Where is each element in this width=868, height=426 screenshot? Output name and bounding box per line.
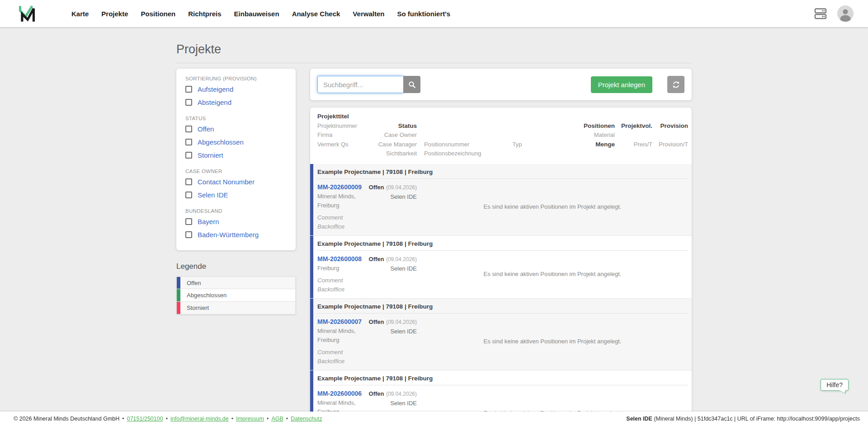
person-icon bbox=[837, 5, 854, 22]
filter-section-status: STATUS OffenAbgeschlossenStorniert bbox=[185, 116, 287, 162]
table-body: Example Projectname | 79108 | Freiburg M… bbox=[310, 164, 692, 426]
no-positions-message: Es sind keine aktiven Positionen im Proj… bbox=[417, 254, 688, 294]
footer-link[interactable]: 07151/250100 bbox=[127, 416, 163, 422]
nav-item[interactable]: Karte bbox=[71, 10, 89, 18]
help-button[interactable]: Hilfe? bbox=[821, 379, 849, 391]
nav-item[interactable]: So funktioniert's bbox=[397, 10, 450, 18]
legend-item: Storniert bbox=[176, 302, 296, 314]
checkbox[interactable] bbox=[185, 218, 192, 225]
filter-option[interactable]: Bayern bbox=[185, 215, 287, 228]
project-title: Example Projectname | 79108 | Freiburg bbox=[317, 301, 688, 314]
project-comment: Comment bbox=[317, 348, 376, 357]
project-case-owner: Selen IDE bbox=[390, 327, 417, 336]
filter-option[interactable]: Contact Nonumber bbox=[185, 175, 287, 188]
col-material: Material bbox=[594, 131, 615, 138]
footer-link[interactable]: info@mineral-minds.de bbox=[170, 416, 229, 422]
separator-dot: • bbox=[231, 416, 233, 422]
project-title: Example Projectname | 79108 | Freiburg bbox=[317, 166, 688, 179]
projects-table: Projekttitel Projektnummer Status Positi… bbox=[310, 108, 692, 426]
create-project-button[interactable]: Projekt anlegen bbox=[591, 76, 652, 93]
project-case-owner: Selen IDE bbox=[390, 399, 417, 408]
server-status-button[interactable] bbox=[814, 7, 827, 20]
checkbox[interactable] bbox=[185, 99, 192, 106]
checkbox[interactable] bbox=[185, 192, 192, 198]
nav-right bbox=[814, 5, 854, 22]
legend-color-bar bbox=[177, 289, 180, 301]
filter-option-label: Abgeschlossen bbox=[198, 138, 244, 146]
footer-link[interactable]: Impressum bbox=[236, 416, 264, 422]
col-positionsnummer: Positionsnummer bbox=[417, 141, 492, 148]
top-navbar: KarteProjektePositionenRichtpreisEinbauw… bbox=[0, 0, 868, 27]
filter-section-title: BUNDESLAND bbox=[185, 208, 287, 214]
checkbox[interactable] bbox=[185, 178, 192, 185]
search-button[interactable] bbox=[403, 76, 420, 93]
filter-section-bundesland: BUNDESLAND BayernBaden-Württemberg bbox=[185, 208, 287, 241]
nav-item[interactable]: Projekte bbox=[101, 10, 128, 18]
nav-item[interactable]: Positionen bbox=[141, 10, 176, 18]
table-row: Example Projectname | 79108 | Freiburg M… bbox=[310, 299, 692, 370]
filter-option[interactable]: Storniert bbox=[185, 149, 287, 162]
project-number-link[interactable]: MM-202600008 bbox=[317, 254, 362, 264]
no-positions-message: Es sind keine aktiven Positionen im Proj… bbox=[417, 317, 688, 366]
project-backoffice: Backoffice bbox=[317, 222, 376, 231]
footer-link[interactable]: Datenschutz bbox=[291, 416, 322, 422]
legend-title: Legende bbox=[176, 262, 296, 271]
col-status: Status bbox=[398, 122, 417, 129]
filter-option[interactable]: Offen bbox=[185, 122, 287, 136]
separator-dot: • bbox=[166, 416, 168, 422]
col-typ: Typ bbox=[513, 141, 522, 148]
checkbox[interactable] bbox=[185, 231, 192, 238]
filter-option-label: Absteigend bbox=[198, 98, 231, 106]
mineral-minds-logo-icon[interactable] bbox=[18, 5, 36, 23]
project-number-link[interactable]: MM-202600006 bbox=[317, 389, 362, 398]
project-comment: Comment bbox=[317, 213, 376, 222]
checkbox[interactable] bbox=[185, 139, 192, 145]
filter-section-title: CASE OWNER bbox=[185, 169, 287, 174]
filter-sidebar: SORTIERUNG (PROVISION) AufsteigendAbstei… bbox=[176, 69, 296, 314]
nav-item[interactable]: Einbauweisen bbox=[234, 10, 279, 18]
project-status: Offen (09.04.2026) bbox=[369, 389, 417, 399]
project-number-link[interactable]: MM-202600007 bbox=[317, 317, 362, 327]
refresh-button[interactable] bbox=[667, 76, 684, 93]
status-color-bar bbox=[310, 164, 313, 235]
project-number-link[interactable]: MM-202600009 bbox=[317, 182, 362, 192]
project-city: Freiburg bbox=[317, 336, 376, 345]
search-input[interactable] bbox=[317, 76, 403, 93]
project-backoffice: Backoffice bbox=[317, 285, 376, 294]
no-positions-message: Es sind keine aktiven Positionen im Proj… bbox=[417, 182, 688, 231]
filter-option[interactable]: Baden-Württemberg bbox=[185, 228, 287, 241]
filter-option[interactable]: Abgeschlossen bbox=[185, 136, 287, 149]
filter-option[interactable]: Absteigend bbox=[185, 96, 287, 109]
nav-item[interactable]: Verwalten bbox=[353, 10, 384, 18]
separator-dot: • bbox=[286, 416, 288, 422]
project-title: Example Projectname | 79108 | Freiburg bbox=[317, 373, 688, 385]
col-firma: Firma bbox=[317, 131, 376, 138]
checkbox[interactable] bbox=[185, 126, 192, 132]
col-sichtbarkeit: Sichtbarkeit bbox=[386, 150, 417, 157]
filter-option[interactable]: Selen IDE bbox=[185, 188, 287, 201]
footer-link[interactable]: AGB bbox=[271, 416, 283, 422]
checkbox[interactable] bbox=[185, 86, 192, 93]
project-company: Mineral Minds, bbox=[317, 192, 376, 201]
copyright-text: © 2026 Mineral Minds Deutschland GmbH bbox=[14, 416, 119, 422]
filter-section-title: SORTIERUNG (PROVISION) bbox=[185, 76, 287, 81]
status-color-bar bbox=[310, 299, 313, 370]
project-backoffice: Backoffice bbox=[317, 357, 376, 366]
filter-option[interactable]: Aufsteigend bbox=[185, 83, 287, 96]
session-details: (Mineral Minds) | 51fdc347ac1c | URL of … bbox=[652, 416, 860, 422]
server-icon bbox=[814, 7, 827, 20]
nav-item[interactable]: Richtpreis bbox=[188, 10, 221, 18]
project-company: Mineral Minds, bbox=[317, 398, 376, 407]
col-projektnummer: Projektnummer bbox=[317, 122, 376, 129]
filter-card: SORTIERUNG (PROVISION) AufsteigendAbstei… bbox=[176, 69, 296, 250]
project-city: Freiburg bbox=[317, 201, 376, 210]
project-status: Offen (09.04.2026) bbox=[369, 254, 417, 264]
table-header: Projekttitel Projektnummer Status Positi… bbox=[310, 108, 692, 164]
filter-section-case-owner: CASE OWNER Contact NonumberSelen IDE bbox=[185, 169, 287, 201]
legend-item: Offen bbox=[176, 276, 296, 289]
checkbox[interactable] bbox=[185, 152, 192, 159]
page-title: Projekte bbox=[176, 42, 692, 56]
user-menu-button[interactable] bbox=[837, 5, 854, 22]
nav-item[interactable]: Analyse Check bbox=[292, 10, 340, 18]
col-projektvol: Projektvol. bbox=[621, 122, 652, 129]
